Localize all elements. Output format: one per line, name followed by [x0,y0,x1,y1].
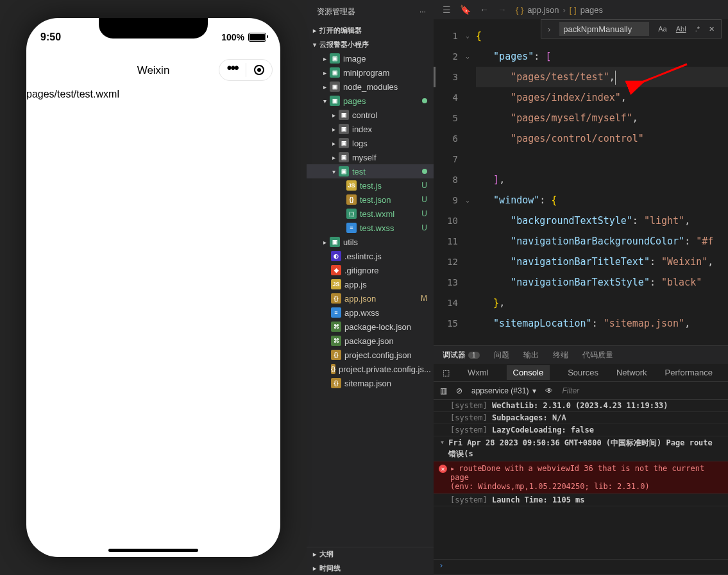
tree-file-sitemap[interactable]: {}sitemap.json [307,376,434,390]
explorer-title: 资源管理器 [317,6,355,17]
tab-debugger[interactable]: 调试器1 [443,350,480,361]
folder-icon: ▣ [339,166,349,176]
breadcrumb[interactable]: { } app.json› [ ] pages [516,5,603,15]
simulator-pane: 9:50 100% Weixin ••• pages/test/test.wxm… [0,0,307,575]
find-widget[interactable]: › Aa Abl .* ✕ [541,19,722,39]
tree-folder-control[interactable]: ▸▣control [307,108,434,122]
tree-folder-logs[interactable]: ▸▣logs [307,136,434,150]
clear-console-icon[interactable]: ⊘ [456,386,462,395]
tree-file-projectconfig[interactable]: {}project.config.json [307,348,434,362]
tab-sources[interactable]: Sources [568,368,598,377]
tree-folder-pages[interactable]: ▾▣pages [307,94,434,108]
editor-pane: ☰ 🔖 ← → { } app.json› [ ] pages › Aa Abl… [434,0,728,575]
context-selector[interactable]: appservice (#31) ▾ [471,386,536,395]
explorer-pane: 资源管理器 ··· ▸打开的编辑器 ▾云报警器小程序 ▸▣image ▸▣min… [307,0,434,575]
tree-folder-index[interactable]: ▸▣index [307,122,434,136]
tree-folder-node-modules[interactable]: ▸▣node_modules [307,80,434,94]
explorer-tree[interactable]: ▸打开的编辑器 ▾云报警器小程序 ▸▣image ▸▣miniprogram ▸… [307,23,434,547]
tree-folder-miniprogram[interactable]: ▸▣miniprogram [307,65,434,80]
tab-output[interactable]: 输出 [523,350,539,361]
tab-performance[interactable]: Performance [665,368,713,377]
tab-quality[interactable]: 代码质量 [582,350,613,361]
wxss-icon: ≡ [346,223,357,233]
code-area[interactable]: 123456789101112131415 ⌄⌄⌄ { "pages": [ "… [434,19,728,345]
fold-gutter[interactable]: ⌄⌄⌄ [463,26,472,334]
section-open-editors[interactable]: ▸打开的编辑器 [307,23,434,37]
tree-file-test-js[interactable]: JStest.jsU [307,178,434,193]
code-lines[interactable]: { "pages": [ "pages/test/test", "pages/i… [476,26,728,334]
wxml-icon: ⬚ [346,209,357,219]
folder-icon: ▣ [330,237,340,247]
eslint-icon: ◐ [331,251,341,261]
capsule-close-button[interactable] [246,65,273,75]
npm-icon: ⌘ [331,336,341,346]
whole-word-icon[interactable]: Abl [676,25,686,33]
editor-toolbar: ☰ 🔖 ← → { } app.json› [ ] pages [434,0,728,19]
tree-file-appjs[interactable]: JSapp.js [307,277,434,291]
wxss-icon: ≡ [331,307,341,318]
tab-terminal[interactable]: 终端 [553,350,568,361]
devtools-tabs: ⬚ Wxml Console Sources Network Performan… [434,364,728,382]
capsule: ••• [219,59,273,81]
regex-icon[interactable]: .* [695,25,700,33]
section-outline[interactable]: ▸大纲 [307,547,434,561]
tree-file-gitignore[interactable]: ◆.gitignore [307,263,434,277]
folder-icon: ▣ [330,67,340,78]
json-icon: {} [331,293,341,304]
forward-icon[interactable]: → [498,4,507,15]
close-icon[interactable]: ✕ [709,25,715,33]
section-timeline[interactable]: ▸时间线 [307,561,434,575]
tab-issues[interactable]: 问题 [494,350,509,361]
sidebar-toggle-icon[interactable]: ▥ [440,386,447,395]
folder-icon: ▣ [339,110,349,120]
tree-file-appwxss[interactable]: ≡app.wxss [307,305,434,320]
json-icon: {} [331,350,341,360]
console-error[interactable]: ✕▸routeDone with a webviewId 36 that is … [434,461,728,494]
explorer-header: 资源管理器 ··· [307,0,434,23]
nav-title: Weixin [137,64,170,77]
folder-icon: ▣ [339,152,349,162]
tree-folder-myself[interactable]: ▸▣myself [307,150,434,164]
tree-file-test-wxml[interactable]: ⬚test.wxmlU [307,207,434,221]
bookmark-icon[interactable]: 🔖 [460,4,471,15]
tree-file-projectprivate[interactable]: {}project.private.config.js... [307,362,434,376]
inspect-icon[interactable]: ⬚ [443,368,450,377]
tree-file-test-wxss[interactable]: ≡test.wxssU [307,221,434,235]
back-icon[interactable]: ← [480,4,489,15]
json-icon: {} [331,364,335,374]
tab-console[interactable]: Console [507,365,550,380]
js-icon: JS [331,279,341,289]
console-output[interactable]: [system] WeChatLib: 2.31.0 (2023.4.23 11… [434,400,728,560]
line-number-gutter: 123456789101112131415 [434,26,463,334]
section-project[interactable]: ▾云报警器小程序 [307,37,434,51]
tree-file-eslintrc[interactable]: ◐.eslintrc.js [307,249,434,263]
tab-network[interactable]: Network [616,368,647,377]
battery-icon [248,33,266,42]
tree-file-test-json[interactable]: {}test.jsonU [307,193,434,207]
folder-icon: ▣ [330,96,340,106]
eye-icon[interactable]: 👁 [545,386,553,395]
folder-icon: ▣ [330,53,340,64]
npm-icon: ⌘ [331,322,341,332]
filter-input[interactable] [562,386,722,395]
tree-file-package[interactable]: ⌘package.json [307,334,434,348]
home-indicator [108,549,198,552]
tree-folder-image[interactable]: ▸▣image [307,51,434,65]
folder-icon: ▣ [339,124,349,134]
find-input[interactable] [559,22,649,36]
debugger-tabs-primary: 调试器1 问题 输出 终端 代码质量 [434,346,728,364]
tree-folder-test[interactable]: ▾▣test [307,164,434,178]
tree-file-packagelock[interactable]: ⌘package-lock.json [307,320,434,334]
tab-wxml[interactable]: Wxml [468,368,489,377]
explorer-more-icon[interactable]: ··· [419,7,426,16]
tree-file-appjson[interactable]: {}app.jsonM [307,291,434,305]
tree-folder-utils[interactable]: ▸▣utils [307,235,434,249]
match-case-icon[interactable]: Aa [658,25,666,33]
folder-icon: ▣ [330,82,340,92]
menu-icon[interactable]: ☰ [443,4,451,15]
json-icon: {} [346,194,357,205]
console-filter[interactable] [562,386,722,395]
folder-icon: ▣ [339,138,349,148]
console-prompt[interactable]: › [434,560,728,575]
device-notch [99,18,208,39]
